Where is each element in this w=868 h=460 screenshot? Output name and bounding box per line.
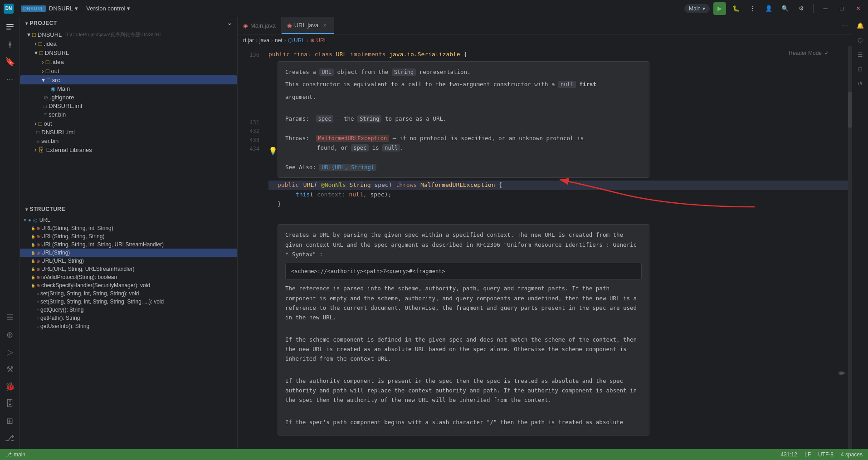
structure-tree: ▾ ● ◎ URL 🔒 ⊕ URL(String, String, int, S… — [20, 215, 237, 449]
activity-bookmark-icon[interactable]: 🔖 — [2, 54, 18, 70]
structure-item-6[interactable]: 🔒 ⊕ isValidProtocol(String): boolean — [20, 273, 237, 281]
structure-item-label: checkSpecifyHandler(SecurityManager): vo… — [41, 282, 150, 289]
tab-close-button[interactable]: × — [321, 22, 328, 29]
activity-search-icon[interactable]: ⊕ — [2, 327, 18, 343]
editor-scrollbar[interactable] — [848, 46, 852, 449]
protected-icon: ⊕ — [36, 275, 40, 280]
activity-terminal-icon[interactable]: ⊞ — [2, 413, 18, 429]
run-config-selector[interactable]: Main ▾ — [684, 4, 710, 13]
structure-item-5[interactable]: 🔒 ⊕ URL(URL, String, URLStreamHandler) — [20, 265, 237, 273]
status-position[interactable]: 431:12 — [780, 451, 797, 458]
more-options-button[interactable]: ⋮ — [746, 2, 759, 15]
tree-item-out-sub[interactable]: › □ out — [20, 66, 237, 75]
breadcrumb-item[interactable]: rt.jar — [243, 37, 254, 44]
right-panel1-icon[interactable]: ☰ — [854, 48, 867, 61]
breadcrumb-item[interactable]: java — [259, 37, 269, 44]
debug-button[interactable]: 🐛 — [730, 2, 742, 15]
tree-item-out-root[interactable]: › □ out — [20, 119, 237, 128]
structure-item-7[interactable]: 🔒 ⊕ checkSpecifyHandler(SecurityManager)… — [20, 281, 237, 289]
close-button[interactable]: ✕ — [852, 2, 864, 15]
project-badge: DNSURL — [21, 5, 46, 12]
minimize-button[interactable]: ─ — [819, 2, 832, 15]
lightbulb-icon[interactable]: 💡 — [268, 145, 278, 157]
code-line-434 — [268, 209, 852, 219]
status-git-branch[interactable]: ⎇ main — [5, 451, 25, 458]
project-panel-header[interactable]: ▾ Project ⌄ — [20, 17, 237, 29]
breadcrumb-item[interactable]: ⊕ URL — [310, 37, 327, 44]
editor-area: ◉ Main.java ◉ URL.java × ⋯ rt.jar › java… — [238, 17, 852, 449]
status-encoding[interactable]: UTF-8 — [818, 451, 834, 458]
edit-pencil-button[interactable]: ✏ — [839, 368, 845, 378]
breadcrumb: rt.jar › java › net › ⬡ URL › ⊕ URL — [238, 34, 852, 46]
status-line-ending[interactable]: LF — [805, 451, 811, 458]
structure-item-10[interactable]: ○ getQuery(): String — [20, 306, 237, 314]
tree-item-gitignore[interactable]: ⊘ .gitignore — [20, 93, 237, 102]
breadcrumb-item[interactable]: net — [275, 37, 283, 44]
tree-item-ser-bin-root[interactable]: ≡ ser.bin — [20, 137, 237, 145]
code-area[interactable]: public final class URL implements java.i… — [265, 46, 852, 449]
right-panel2-icon[interactable]: ⊡ — [854, 63, 867, 75]
activity-database-icon[interactable]: 🗄 — [2, 396, 18, 412]
status-indent[interactable]: 4 spaces — [841, 451, 863, 458]
project-label: DNSURL — [49, 5, 73, 12]
tab-url-java[interactable]: ◉ URL.java × — [282, 17, 334, 34]
tab-more-button[interactable]: ⋯ — [839, 17, 852, 34]
activity-commit-icon[interactable] — [2, 36, 18, 53]
structure-item-1[interactable]: 🔒 ⊕ URL(String, String, String) — [20, 232, 237, 240]
maximize-button[interactable]: □ — [835, 2, 848, 15]
tree-item-ext-libs[interactable]: › 🗄 External Libraries — [20, 145, 237, 154]
structure-item-9[interactable]: ○ set(String, String, int, String, Strin… — [20, 298, 237, 306]
activity-git-icon[interactable]: ⎇ — [2, 430, 18, 446]
structure-item-3[interactable]: 🔒 ⊕ URL(String) — [20, 249, 237, 257]
tree-item-dnsurl-iml-root[interactable]: □ DNSURL.iml — [20, 128, 237, 137]
activity-list-icon[interactable]: ☰ — [2, 309, 18, 326]
activity-more-icon[interactable]: ··· — [2, 71, 18, 87]
scrollbar-thumb[interactable] — [848, 92, 852, 128]
activity-run-icon[interactable]: ▷ — [2, 344, 18, 360]
lock-icon: 🔒 — [31, 251, 35, 255]
tree-item-ser-bin[interactable]: ≡ ser.bin — [20, 110, 237, 119]
tree-item-idea-sub[interactable]: › □ .idea — [20, 57, 237, 66]
settings-button[interactable]: ⚙ — [795, 2, 808, 15]
reader-mode-button[interactable]: Reader Mode ✓ — [789, 50, 829, 56]
right-bookmarks-icon[interactable]: ⬡ — [854, 34, 867, 46]
structure-class-url[interactable]: ▾ ● ◎ URL — [20, 216, 237, 224]
breadcrumb-item[interactable]: ⬡ URL — [288, 37, 305, 44]
folder-chevron: › — [34, 120, 37, 127]
right-notifications-icon[interactable]: 🔔 — [854, 19, 867, 32]
version-control-dropdown[interactable]: Version control ▾ — [83, 3, 134, 14]
activity-bar: 🔖 ··· ☰ ⊕ ▷ ⚒ 🐞 🗄 ⊞ ⎇ — [0, 17, 20, 449]
breadcrumb-sep: › — [256, 37, 258, 44]
structure-item-label: URL(String, String, int, String, URLStre… — [41, 241, 164, 248]
tab-main-java[interactable]: ◉ Main.java — [238, 17, 282, 34]
structure-item-0[interactable]: 🔒 ⊕ URL(String, String, int, String) — [20, 224, 237, 232]
tree-item-label: .idea — [51, 59, 64, 65]
method-icon: ○ — [36, 308, 39, 313]
structure-item-11[interactable]: ○ getPath(): String — [20, 314, 237, 322]
right-refresh-icon[interactable]: ↺ — [854, 77, 867, 90]
structure-panel-header[interactable]: ▾ Structure — [20, 203, 237, 215]
activity-build-icon[interactable]: ⚒ — [2, 361, 18, 377]
activity-project-icon[interactable] — [2, 19, 18, 35]
tree-item-label: DNSURL — [38, 31, 62, 38]
tree-item-dnsurl-sub[interactable]: ▾ □ DNSURL — [20, 48, 237, 57]
tree-item-dnsurl-iml[interactable]: □ DNSURL.iml — [20, 102, 237, 110]
structure-item-12[interactable]: ○ getUserInfo(): String — [20, 322, 237, 330]
project-dropdown[interactable]: DNSURL DNSURL ▾ — [17, 3, 82, 14]
tree-item-dnsurl-root[interactable]: ▾ □ DNSURL D:\CodeProject\java\反序列化专题\DN… — [20, 30, 237, 39]
tree-item-idea-root[interactable]: › □ .idea — [20, 39, 237, 48]
editor-content[interactable]: 136 431 432 433 434 public final class U… — [238, 46, 852, 449]
search-button[interactable]: 🔍 — [779, 2, 791, 15]
account-button[interactable]: 👤 — [762, 2, 775, 15]
lock-icon: 🔒 — [31, 243, 35, 247]
structure-item-4[interactable]: 🔒 ⊕ URL(URL, String) — [20, 257, 237, 265]
svg-rect-1 — [6, 26, 14, 27]
structure-item-8[interactable]: ○ set(String, String, int, String, Strin… — [20, 289, 237, 298]
run-button[interactable]: ▶ — [713, 2, 726, 15]
structure-item-label: set(String, String, int, String, String)… — [40, 290, 139, 297]
tree-item-src[interactable]: ▾ □ src — [20, 75, 237, 84]
activity-debug-icon[interactable]: 🐞 — [2, 378, 18, 395]
tree-item-main-java[interactable]: ◉ Main — [20, 84, 237, 93]
status-encoding-label: UTF-8 — [818, 451, 834, 458]
structure-item-2[interactable]: 🔒 ⊕ URL(String, String, int, String, URL… — [20, 240, 237, 249]
